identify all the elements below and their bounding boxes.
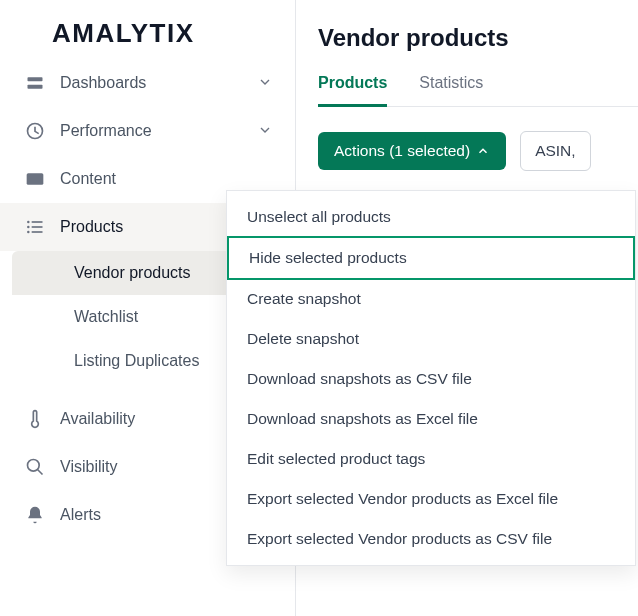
- list-icon: [24, 216, 46, 238]
- svg-rect-8: [32, 231, 43, 233]
- sidebar-item-performance[interactable]: Performance: [0, 107, 295, 155]
- page-title: Vendor products: [318, 24, 638, 52]
- svg-rect-6: [32, 226, 43, 228]
- svg-rect-1: [28, 85, 43, 89]
- menu-download-csv[interactable]: Download snapshots as CSV file: [227, 359, 635, 399]
- svg-rect-0: [28, 77, 43, 81]
- sidebar-sublabel: Vendor products: [74, 264, 191, 282]
- actions-dropdown-button[interactable]: Actions (1 selected): [318, 132, 506, 170]
- menu-delete-snapshot[interactable]: Delete snapshot: [227, 319, 635, 359]
- gauge-icon: [24, 120, 46, 142]
- card-icon: [24, 168, 46, 190]
- actions-button-label: Actions (1 selected): [334, 142, 470, 160]
- main-content: Vendor products Products Statistics Acti…: [296, 0, 638, 616]
- chevron-down-icon: [257, 122, 275, 140]
- search-icon: [24, 456, 46, 478]
- menu-download-excel[interactable]: Download snapshots as Excel file: [227, 399, 635, 439]
- brand-logo: AMALYTIX: [0, 0, 295, 59]
- menu-hide-selected[interactable]: Hide selected products: [227, 236, 635, 280]
- dashboard-icon: [24, 72, 46, 94]
- menu-create-snapshot[interactable]: Create snapshot: [227, 279, 635, 319]
- svg-rect-2: [27, 173, 44, 185]
- svg-point-9: [28, 460, 40, 472]
- svg-point-3: [27, 221, 30, 224]
- svg-line-10: [38, 470, 43, 475]
- svg-point-7: [27, 231, 30, 234]
- menu-edit-tags[interactable]: Edit selected product tags: [227, 439, 635, 479]
- sidebar-label: Content: [60, 170, 275, 188]
- tab-products[interactable]: Products: [318, 74, 387, 107]
- chevron-up-icon: [476, 144, 490, 158]
- menu-export-excel[interactable]: Export selected Vendor products as Excel…: [227, 479, 635, 519]
- menu-export-csv[interactable]: Export selected Vendor products as CSV f…: [227, 519, 635, 559]
- tab-bar: Products Statistics: [318, 74, 638, 107]
- brand-text: AMALYTIX: [52, 18, 195, 48]
- toolbar: Actions (1 selected) ASIN,: [318, 131, 638, 171]
- sidebar-sublabel: Watchlist: [74, 308, 138, 326]
- thermometer-icon: [24, 408, 46, 430]
- sidebar-label: Performance: [60, 122, 257, 140]
- menu-unselect-all[interactable]: Unselect all products: [227, 197, 635, 237]
- chevron-down-icon: [257, 74, 275, 92]
- asin-filter-button[interactable]: ASIN,: [520, 131, 590, 171]
- bell-icon: [24, 504, 46, 526]
- sidebar-sublabel: Listing Duplicates: [74, 352, 199, 370]
- sidebar-label: Dashboards: [60, 74, 257, 92]
- tab-statistics[interactable]: Statistics: [419, 74, 483, 107]
- svg-point-5: [27, 226, 30, 229]
- svg-rect-4: [32, 221, 43, 223]
- actions-dropdown-menu: Unselect all products Hide selected prod…: [226, 190, 636, 566]
- sidebar-item-dashboards[interactable]: Dashboards: [0, 59, 295, 107]
